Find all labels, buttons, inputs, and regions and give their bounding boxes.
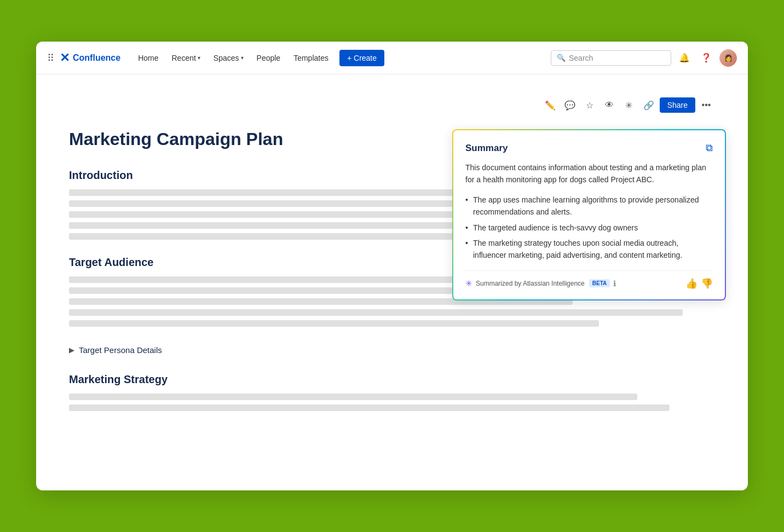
- more-options-icon[interactable]: •••: [697, 96, 715, 114]
- summary-bullet-1: The app uses machine learning algorithms…: [465, 194, 713, 218]
- create-button[interactable]: + Create: [339, 50, 384, 66]
- marketing-content: [69, 394, 715, 411]
- notifications-button[interactable]: 🔔: [676, 49, 693, 67]
- expandable-label: Target Persona Details: [79, 345, 162, 355]
- expand-arrow-icon: ▶: [69, 346, 74, 354]
- text-line: [69, 404, 670, 411]
- ai-sparkle-icon[interactable]: ✳: [620, 96, 638, 114]
- summary-ai-info: ✳ Summarized by Atlassian Intelligence B…: [465, 279, 616, 288]
- text-line: [69, 394, 637, 400]
- ai-sparkle-icon: ✳: [465, 279, 472, 288]
- edit-icon[interactable]: ✏️: [541, 96, 559, 114]
- info-icon[interactable]: ℹ: [613, 279, 616, 288]
- summary-title: Summary: [465, 143, 508, 154]
- marketing-heading: Marketing Strategy: [69, 373, 715, 386]
- spaces-dropdown-arrow: ▾: [241, 55, 244, 61]
- summary-body: This document contains information about…: [465, 161, 713, 186]
- search-placeholder: Search: [569, 54, 593, 62]
- nav-spaces[interactable]: Spaces ▾: [208, 50, 249, 66]
- nav-home[interactable]: Home: [132, 50, 164, 66]
- avatar-button[interactable]: 👩: [719, 49, 737, 67]
- avatar: 👩: [719, 49, 737, 67]
- link-icon[interactable]: 🔗: [640, 96, 658, 114]
- summary-bullet-2: The targeted audience is tech-savvy dog …: [465, 222, 713, 234]
- logo[interactable]: ✕ Confluence: [60, 51, 120, 65]
- doc-toolbar: ✏️ 💬 ☆ 👁 ✳ 🔗 Share •••: [69, 96, 715, 114]
- thumbs-down-icon[interactable]: 👎: [701, 277, 713, 290]
- share-button[interactable]: Share: [660, 97, 695, 113]
- target-persona-expand[interactable]: ▶ Target Persona Details: [69, 343, 715, 357]
- nav-recent[interactable]: Recent ▾: [166, 50, 205, 66]
- text-line: [69, 309, 683, 316]
- logo-text: Confluence: [73, 53, 120, 63]
- summary-header: Summary ⧉: [465, 142, 713, 154]
- logo-mark: ✕: [60, 51, 70, 65]
- copy-icon[interactable]: ⧉: [706, 142, 713, 154]
- star-icon[interactable]: ☆: [581, 96, 598, 114]
- summary-list: The app uses machine learning algorithms…: [465, 194, 713, 262]
- nav-people[interactable]: People: [251, 50, 286, 66]
- summary-bullet-3: The marketing strategy touches upon soci…: [465, 237, 713, 262]
- ai-label: Summarized by Atlassian Intelligence: [476, 280, 585, 287]
- search-input[interactable]: 🔍 Search: [551, 50, 671, 66]
- help-button[interactable]: ❓: [697, 49, 715, 67]
- watch-icon[interactable]: 👁: [601, 96, 618, 114]
- summary-feedback: 👍 👎: [685, 277, 713, 290]
- grid-icon[interactable]: ⠿: [47, 52, 54, 64]
- comment-icon[interactable]: 💬: [561, 96, 579, 114]
- summary-footer: ✳ Summarized by Atlassian Intelligence B…: [465, 270, 713, 290]
- main-content: ✏️ 💬 ☆ 👁 ✳ 🔗 Share ••• Marketing Campaig…: [36, 74, 748, 490]
- nav-templates[interactable]: Templates: [288, 50, 334, 66]
- recent-dropdown-arrow: ▾: [198, 55, 200, 61]
- search-icon: 🔍: [557, 54, 566, 62]
- text-line: [69, 320, 599, 327]
- summary-card: Summary ⧉ This document contains informa…: [452, 129, 726, 300]
- marketing-section: Marketing Strategy: [69, 373, 715, 411]
- thumbs-up-icon[interactable]: 👍: [685, 277, 697, 290]
- beta-badge: BETA: [589, 279, 610, 287]
